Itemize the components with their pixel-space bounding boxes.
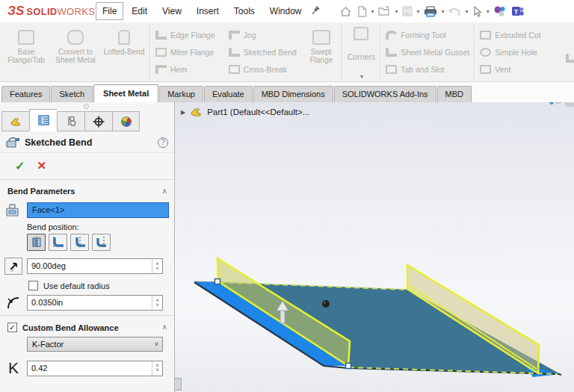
tab-solidworks-addins[interactable]: SOLIDWORKS Add-Ins [334,86,436,102]
material-outside-button[interactable] [70,234,89,251]
tab-sheet-metal[interactable]: Sheet Metal [93,84,158,102]
help-icon[interactable]: ? [158,137,168,148]
tab-mbd-dimensions[interactable]: MBD Dimensions [253,86,333,102]
k-factor-spinner[interactable]: ˄˅ [152,361,162,376]
open-caret-icon[interactable]: ▾ [395,8,398,15]
bend-centerline-button[interactable] [27,234,46,251]
property-manager-header: Sketched Bend ? [0,131,174,153]
corners-caret-icon[interactable]: ▾ [360,73,363,80]
property-manager-title: Sketched Bend [25,137,153,148]
display-manager-tab[interactable] [112,111,140,131]
fixed-face-row: Face<1> [0,202,174,218]
tab-sketch[interactable]: Sketch [51,86,93,102]
property-manager-icon [38,115,49,125]
menu-window[interactable]: Window [263,3,309,19]
swept-flange-button[interactable]: Swept Flange [300,25,340,78]
home-button[interactable] [338,4,354,19]
sketched-bend-button[interactable]: Sketched Bend [229,45,297,59]
extruded-cut-button[interactable]: Extruded Cut [480,28,540,42]
custom-bend-allowance-checkbox[interactable]: ✓ [7,323,17,332]
cancel-button[interactable]: ✕ [37,159,46,173]
panel-splitter-handle[interactable] [84,104,89,109]
cross-break-button[interactable]: Cross-Break [229,62,297,76]
bend-angle-field[interactable]: 90.00deg ˄˅ [27,258,163,274]
svg-text:T: T [513,8,518,16]
hem-button[interactable]: Hem [155,62,215,76]
bend-radius-field[interactable]: 0.0350in ˄˅ [27,295,163,311]
k-factor-field[interactable]: 0.42 ˄˅ [27,361,163,376]
ribbon-group-flanges: Edge Flange Miter Flange Hem Jog Sketche… [151,22,342,81]
custom-bend-allowance-header[interactable]: ✓ Custom Bend Allowance ˄ [0,316,174,337]
undo-button[interactable] [447,5,463,18]
reverse-direction-button[interactable] [4,258,22,275]
vent-button[interactable]: Vent [480,62,540,76]
simple-hole-icon [480,48,491,57]
clipped-ribbon-tool-icon [566,52,574,66]
miter-flange-button[interactable]: Miter Flange [155,45,215,59]
bend-angle-spinner[interactable]: ˄˅ [152,259,162,273]
tab-features[interactable]: Features [1,86,50,102]
menu-edit[interactable]: Edit [125,3,154,19]
bend-radius-row: 0.0350in ˄˅ [0,295,174,311]
collapse-chevron-icon[interactable]: ˄ [162,323,167,332]
menu-tools[interactable]: Tools [227,3,262,19]
tab-evaluate[interactable]: Evaluate [204,86,253,102]
convert-to-sheet-metal-button[interactable]: Convert to Sheet Metal [51,25,100,78]
menu-insert[interactable]: Insert [190,3,226,19]
print-caret-icon[interactable]: ▾ [442,8,445,15]
menu-view[interactable]: View [155,3,188,19]
bend-outside-button[interactable] [92,234,111,251]
configuration-manager-tab[interactable] [57,111,84,131]
bend-allowance-type-dropdown[interactable]: K-Factor ˅ [27,337,163,352]
corners-button[interactable]: Corners ▾ [343,22,380,81]
collapse-chevron-icon[interactable]: ˄ [162,187,167,196]
bendline-endpoint-handle[interactable] [346,364,351,369]
face-selection-box[interactable]: Face<1> [27,202,169,218]
open-button[interactable] [377,4,392,18]
jog-icon [229,31,240,40]
bend-radius-spinner[interactable]: ˄˅ [152,296,162,310]
bend-parameters-header[interactable]: Bend Parameters ˄ [0,180,174,200]
undo-caret-icon[interactable]: ▾ [466,8,469,15]
base-flange-icon [18,30,34,45]
lofted-bend-icon [118,30,130,45]
save-caret-icon[interactable]: ▾ [417,8,420,15]
teams-icon[interactable]: T [510,4,525,19]
apps-icon[interactable] [492,4,507,19]
bend-radius-icon [6,296,21,311]
tab-markup[interactable]: Markup [159,86,203,102]
tab-mbd[interactable]: MBD [437,86,472,102]
main-area: Sketched Bend ? ✓ ✕ Bend Parameters ˄ Fa… [0,102,574,392]
bendline-endpoint-handle[interactable] [215,279,220,284]
graphics-viewport[interactable]: ▶ Part1 (Default<<Default>... [175,102,574,392]
property-manager-tab[interactable] [29,109,57,131]
feature-manager-tab[interactable] [1,111,29,131]
extruded-cut-icon [480,31,491,40]
sheet-metal-gusset-button[interactable]: Sheet Metal Gusset [386,45,469,59]
sketch-point[interactable] [322,300,330,308]
base-flange-tab-button[interactable]: Base Flange/Tab [1,25,51,78]
new-document-button[interactable] [356,4,368,19]
jog-button[interactable]: Jog [229,28,297,42]
pin-menu-icon[interactable] [312,4,321,18]
confirm-bar: ✓ ✕ [0,153,174,180]
select-cursor-button[interactable] [471,4,484,19]
ok-button[interactable]: ✓ [15,159,25,173]
save-button[interactable] [401,4,414,18]
select-cursor-caret-icon[interactable]: ▾ [487,8,490,15]
bend-angle-row: 90.00deg ˄˅ [0,258,174,275]
bend-position-buttons [27,234,174,251]
new-document-caret-icon[interactable]: ▾ [371,8,374,15]
menu-file[interactable]: File [96,2,123,20]
tab-and-slot-button[interactable]: Tab and Slot [386,62,469,76]
lofted-bend-button[interactable]: Lofted-Bend [100,25,148,78]
edge-flange-button[interactable]: Edge Flange [155,28,215,42]
material-inside-button[interactable] [49,234,67,251]
use-default-radius-checkbox[interactable] [28,281,38,290]
simple-hole-button[interactable]: Simple Hole [480,45,540,59]
print-button[interactable] [422,4,439,19]
forming-tool-button[interactable]: Forming Tool [386,28,469,42]
use-default-radius-row[interactable]: Use default radius [28,281,174,290]
dimxpert-manager-tab[interactable] [84,111,112,131]
sheet-metal-model[interactable] [175,102,574,392]
